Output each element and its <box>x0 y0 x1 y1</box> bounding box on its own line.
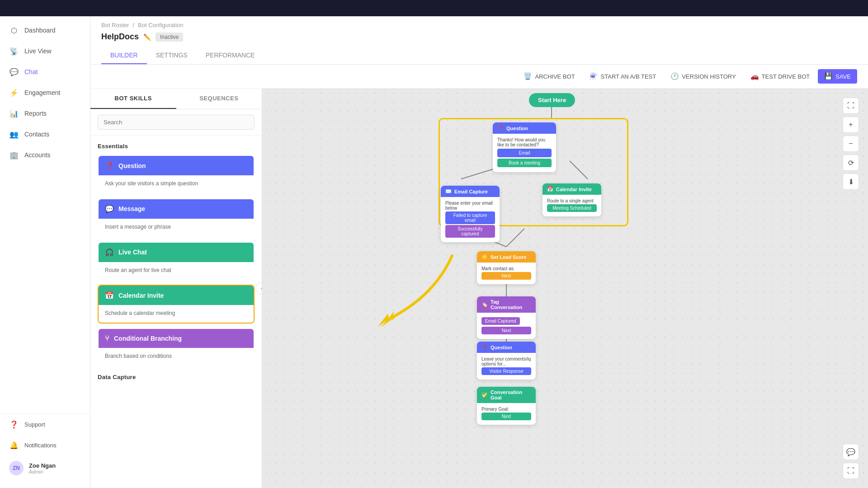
top-bar <box>0 0 868 16</box>
dashboard-icon: ⬡ <box>9 25 19 35</box>
search-box <box>90 109 262 136</box>
cal-meeting-btn[interactable]: Meeting Scheduled <box>547 204 597 212</box>
page-header: Bot Roster / Bot Configuration HelpDocs … <box>90 16 868 65</box>
archive-icon: 🗑️ <box>524 72 532 80</box>
email-fail-btn[interactable]: Failed to capture email <box>445 211 495 224</box>
edit-icon[interactable]: ✏️ <box>143 33 151 41</box>
flow-node-email[interactable]: ✉️ Email Capture Please enter your email… <box>441 186 500 242</box>
tag-chip: Email Captured <box>481 317 520 325</box>
save-button[interactable]: 💾 SAVE <box>818 69 857 84</box>
sidebar-item-accounts[interactable]: 🏢 Accounts <box>0 145 90 165</box>
sidebar-item-notifications[interactable]: 🔔 Notifications <box>0 435 90 455</box>
q-node-icon: ❓ <box>497 125 504 131</box>
svg-marker-8 <box>379 310 403 327</box>
q-btn-book[interactable]: Book a meeting <box>497 159 552 167</box>
cal-node-icon: 📅 <box>547 186 553 192</box>
tab-builder[interactable]: BUILDER <box>101 47 147 64</box>
toolbar: 🗑️ ARCHIVE BOT ⚗️ START AN A/B TEST 🕐 VE… <box>90 65 868 89</box>
chat-widget-button[interactable]: 💬 <box>843 444 859 460</box>
svg-line-4 <box>506 229 524 247</box>
cal-node-body: Route to a single agent Meeting Schedule… <box>542 195 601 216</box>
panel-tabs: BOT SKILLS SEQUENCES <box>90 89 262 109</box>
zoom-in-button[interactable]: + <box>843 117 859 133</box>
skill-question-label: Question <box>118 162 146 169</box>
history-icon: 🕐 <box>670 72 679 80</box>
skill-message-label: Message <box>118 205 145 212</box>
archive-bot-button[interactable]: 🗑️ ARCHIVE BOT <box>517 69 581 84</box>
zoom-out-button[interactable]: − <box>843 136 859 152</box>
canvas-controls-bottom: 💬 ⛶ <box>843 444 859 479</box>
flow-node-calendar[interactable]: 📅 Calendar Invite Route to a single agen… <box>542 183 601 216</box>
goal-next-btn[interactable]: Next <box>481 413 531 420</box>
goal-node-icon: ✅ <box>481 392 488 398</box>
sidebar-label-reports: Reports <box>24 110 47 117</box>
panel-tab-bot-skills[interactable]: BOT SKILLS <box>90 89 176 109</box>
chat-icon: 💬 <box>9 67 19 77</box>
user-name: Zoe Ngan <box>29 462 56 469</box>
download-button[interactable]: ⬇ <box>843 174 859 190</box>
skill-livechat-label: Live Chat <box>118 249 147 256</box>
lead-node-icon: ⭐ <box>481 254 488 260</box>
sidebar-item-chat[interactable]: 💬 Chat <box>0 61 90 82</box>
tag-next-btn[interactable]: Next <box>481 327 531 334</box>
tab-performance[interactable]: PERFORMANCE <box>197 47 264 64</box>
skill-card-livechat[interactable]: 🎧 Live Chat Route an agent for live chat <box>98 242 255 281</box>
engagement-icon: ⚡ <box>9 88 19 98</box>
email-success-btn[interactable]: Successfully captured <box>445 225 495 238</box>
q-btn-email[interactable]: Email <box>497 149 552 157</box>
essentials-section-title: Essentials <box>98 143 255 150</box>
save-icon: 💾 <box>824 72 833 80</box>
sidebar-item-dashboard[interactable]: ⬡ Dashboard <box>0 20 90 41</box>
flow-node-tag[interactable]: 🏷️ Tag Conversation Email Captured Next <box>477 296 536 339</box>
sidebar-item-engagement[interactable]: ⚡ Engagement <box>0 82 90 103</box>
skill-card-message[interactable]: 💬 Message Insert a message or phrase <box>98 198 255 237</box>
email-node-title: Email Capture <box>454 189 488 194</box>
search-input[interactable] <box>98 115 255 130</box>
sidebar-label-accounts: Accounts <box>24 151 51 159</box>
page-tabs: BUILDER SETTINGS PERFORMANCE <box>101 47 857 64</box>
sidebar-bottom: ❓ Support 🔔 Notifications ZN Zoe Ngan Ad… <box>0 413 90 488</box>
version-history-button[interactable]: 🕐 VERSION HISTORY <box>664 69 742 84</box>
sidebar-label-engagement: Engagement <box>24 89 60 96</box>
status-badge: Inactive <box>156 33 183 42</box>
skill-card-conditional[interactable]: ⑂ Conditional Branching Branch based on … <box>98 328 255 366</box>
tab-settings[interactable]: SETTINGS <box>147 47 197 64</box>
flow-node-question2[interactable]: ❓ Question Leave your comments/iq option… <box>477 342 536 380</box>
q-node-title: Question <box>506 126 528 131</box>
sidebar-item-liveview[interactable]: 📡 Live View <box>0 41 90 61</box>
fullscreen-button[interactable]: ⛶ <box>843 98 859 114</box>
breadcrumb: Bot Roster / Bot Configuration <box>101 22 857 28</box>
flow-node-goal[interactable]: ✅ Conversation Goal Primary Goal: Next <box>477 387 536 425</box>
flow-node-lead-score[interactable]: ⭐ Set Lead Score Mark contact as: Next <box>477 251 536 284</box>
skill-conditional-header: ⑂ Conditional Branching <box>99 329 254 348</box>
skill-message-header: 💬 Message <box>99 199 254 219</box>
sidebar-item-contacts[interactable]: 👥 Contacts <box>0 124 90 145</box>
sidebar-label-liveview: Live View <box>24 47 52 55</box>
fit-screen-button[interactable]: ⛶ <box>843 463 859 479</box>
breadcrumb-parent[interactable]: Bot Roster <box>101 22 129 28</box>
sidebar-label-contacts: Contacts <box>24 131 49 138</box>
skill-card-calendar[interactable]: 📅 Calendar Invite Schedule a calendar me… <box>98 285 255 324</box>
ab-test-button[interactable]: ⚗️ START AN A/B TEST <box>583 69 663 84</box>
abtest-icon: ⚗️ <box>590 72 598 80</box>
refresh-button[interactable]: ⟳ <box>843 155 859 171</box>
skill-conditional-body: Branch based on conditions <box>99 348 254 366</box>
q2-node-title: Question <box>491 345 512 350</box>
calendar-icon: 📅 <box>105 291 114 300</box>
lead-next-btn[interactable]: Next <box>481 272 531 280</box>
sidebar-label-dashboard: Dashboard <box>24 27 56 34</box>
skill-calendar-label: Calendar Invite <box>118 292 164 299</box>
sidebar-item-user[interactable]: ZN Zoe Ngan Admin <box>0 455 90 481</box>
sidebar-item-support[interactable]: ❓ Support <box>0 414 90 435</box>
support-icon: ❓ <box>9 419 19 429</box>
q2-response-btn[interactable]: Visitor Response <box>481 367 531 375</box>
sidebar-item-reports[interactable]: 📊 Reports <box>0 103 90 124</box>
skill-card-question[interactable]: ❓ Question Ask your site visitors a simp… <box>98 155 255 194</box>
test-drive-button[interactable]: 🚗 TEST DRIVE BOT <box>744 69 816 84</box>
canvas[interactable]: Start Here ❓ Question Thanks! How would … <box>262 89 868 488</box>
panel-tab-sequences[interactable]: SEQUENCES <box>176 89 262 109</box>
ab-test-label: START AN A/B TEST <box>601 73 656 80</box>
skill-calendar-header: 📅 Calendar Invite <box>99 286 254 305</box>
flow-node-question[interactable]: ❓ Question Thanks! How would you like to… <box>493 122 556 172</box>
goal-node-title: Conversation Goal <box>491 389 531 400</box>
